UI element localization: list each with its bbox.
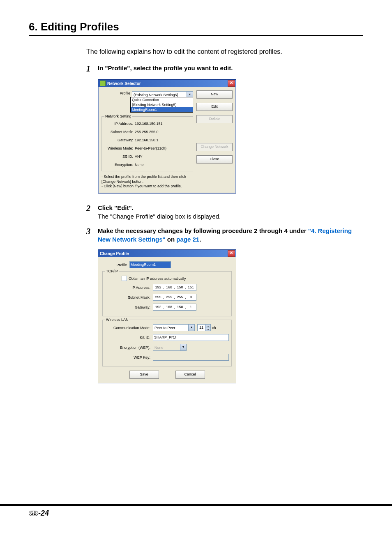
group-title: Network Setting	[104, 114, 132, 118]
gateway-label: Gateway:	[105, 305, 153, 309]
delete-button[interactable]: Delete	[196, 115, 233, 123]
new-button[interactable]: New	[196, 90, 233, 99]
encryption-label: Encryption:	[104, 162, 135, 167]
dropdown-option[interactable]: Quick Connction	[131, 97, 193, 102]
ssid-label: SS ID:	[104, 154, 135, 159]
step-2: 2 Click "Edit". The "Change Profile" dia…	[86, 203, 363, 221]
subnet-value: 255.255.255.0	[135, 129, 190, 134]
ip-value: 192.168.150.151	[135, 121, 190, 126]
step-3: 3 Make the necessary changes by followin…	[86, 226, 363, 244]
obtain-ip-checkbox[interactable]	[122, 276, 127, 281]
network-selector-screenshot: Network Selector ✕ Profile (Existing Net…	[98, 79, 363, 194]
window-title: Change Profile	[100, 251, 129, 256]
encryption-value: None	[135, 162, 190, 167]
change-network-button[interactable]: Change Network	[196, 143, 233, 151]
gb-badge: GB	[29, 511, 38, 516]
ssid-value: ANY	[135, 154, 190, 159]
wlan-group: Wireless LAN Communication Mode: Peer to…	[102, 320, 232, 366]
step-2-sub: The "Change Profile" dialog box is displ…	[98, 213, 221, 220]
profile-label: Profile	[102, 263, 129, 267]
save-button[interactable]: Save	[129, 371, 159, 379]
step-3-mid: on	[166, 236, 177, 243]
step-1: 1 In "Profile", select the profile you w…	[86, 64, 363, 74]
hint-text: - Select the profile from the profile li…	[101, 175, 193, 189]
network-selector-dialog: Network Selector ✕ Profile (Existing Net…	[98, 79, 236, 194]
profile-label: Profile	[101, 90, 132, 98]
page-footer: GB-24	[0, 504, 392, 518]
step-3-lead: Make the necessary changes by following …	[98, 227, 308, 234]
close-icon[interactable]: ✕	[228, 250, 235, 257]
chevron-down-icon[interactable]: ▾	[188, 325, 194, 331]
ip-label: IP Address:	[104, 121, 135, 126]
step-number: 1	[86, 64, 98, 74]
wep-label: Encryption (WEP):	[105, 346, 153, 350]
channel-spinner[interactable]: 11 ▴▾	[197, 324, 211, 331]
step-number: 2	[86, 203, 98, 213]
step-2-title: Click "Edit".	[98, 204, 134, 211]
subnet-input[interactable]: 255. 255. 255. 0	[153, 294, 196, 301]
ssid-label: SS ID:	[105, 336, 153, 340]
ip-label: IP Address:	[105, 286, 153, 290]
comm-mode-select[interactable]: Peer to Peer ▾	[153, 324, 195, 331]
page-link[interactable]: page 21	[176, 236, 199, 243]
gateway-label: Gateway:	[104, 137, 135, 142]
profile-dropdown-list[interactable]: Quick Connction (Existing Network Settin…	[130, 97, 193, 113]
gateway-input[interactable]: 192. 168. 150. 1	[153, 304, 196, 311]
group-title: Wireless LAN	[105, 318, 129, 322]
wmode-label: Wireless Mode:	[104, 145, 135, 150]
subnet-label: Subnet Mask:	[105, 295, 153, 300]
profile-input[interactable]: MeetingRoom1	[129, 261, 171, 268]
wepkey-input	[153, 354, 229, 361]
gateway-value: 192.168.150.1	[135, 137, 190, 142]
window-title: Network Selector	[107, 81, 141, 86]
tcpip-group: TCP/IP Obtain an IP address automaticall…	[102, 271, 232, 316]
page-number: -24	[38, 509, 49, 517]
dropdown-option-selected[interactable]: MeetingRoom1	[131, 107, 193, 112]
comm-mode-label: Communication Mode:	[105, 326, 153, 330]
ssid-input[interactable]: SHARP_PRJ	[153, 334, 229, 341]
cancel-button[interactable]: Cancel	[175, 371, 205, 379]
ip-input[interactable]: 192. 168. 150. 151	[153, 284, 196, 291]
dropdown-option[interactable]: (Existing Network Setting5)	[131, 102, 193, 107]
wep-select: None ▾	[153, 344, 187, 351]
chevron-down-icon: ▾	[180, 344, 186, 350]
group-title: TCP/IP	[105, 269, 119, 273]
step-1-title: In "Profile", select the profile you wan…	[98, 65, 233, 71]
app-icon	[100, 81, 106, 86]
change-profile-dialog: Change Profile ✕ Profile MeetingRoom1 TC…	[98, 249, 236, 383]
titlebar: Change Profile ✕	[98, 250, 236, 257]
wepkey-label: WEP Key:	[105, 355, 153, 359]
intro-text: The following explains how to edit the c…	[86, 48, 363, 55]
edit-button[interactable]: Edit	[196, 103, 233, 111]
change-profile-screenshot: Change Profile ✕ Profile MeetingRoom1 TC…	[98, 249, 363, 383]
step-number: 3	[86, 226, 98, 236]
network-setting-group: Network Setting IP Address:192.168.150.1…	[101, 116, 193, 171]
section-title: 6. Editing Profiles	[29, 21, 363, 36]
close-button[interactable]: Close	[196, 155, 233, 164]
titlebar: Network Selector ✕	[98, 80, 236, 87]
wmode-value: Peer-to-Peer(11ch)	[135, 145, 190, 150]
close-icon[interactable]: ✕	[228, 80, 235, 87]
profile-row: Profile (Existing Network Setting5) ▾ Qu…	[101, 90, 193, 98]
channel-unit: ch	[212, 326, 216, 330]
obtain-ip-label: Obtain an IP address automatically	[129, 276, 186, 281]
step-3-end: .	[199, 236, 201, 243]
subnet-label: Subnet Mask:	[104, 129, 135, 134]
